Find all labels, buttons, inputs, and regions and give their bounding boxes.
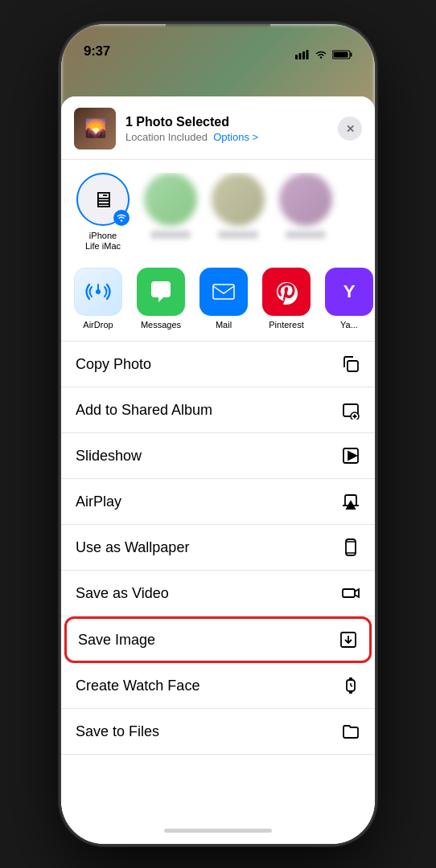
copy-photo-label: Copy Photo — [76, 356, 151, 373]
status-bar: 9:37 — [61, 24, 375, 64]
create-watch-face-label: Create Watch Face — [76, 678, 199, 694]
action-list: Copy Photo Add to Shared Album — [61, 342, 375, 817]
phone-frame: 9:37 — [61, 24, 375, 844]
app-item-mail[interactable]: Mail — [199, 268, 248, 330]
share-sheet: 🌄 1 Photo Selected Location Included Opt… — [61, 96, 375, 844]
use-as-wallpaper-label: Use as Wallpaper — [76, 539, 189, 556]
share-header: 🌄 1 Photo Selected Location Included Opt… — [61, 96, 375, 160]
app-icons-scroll: AirDrop Messages — [74, 268, 362, 330]
svg-rect-1 — [299, 53, 302, 59]
svg-rect-9 — [213, 285, 234, 299]
pinterest-app-icon — [262, 268, 311, 316]
add-shared-album-item[interactable]: Add to Shared Album — [61, 387, 375, 433]
use-as-wallpaper-item[interactable]: Use as Wallpaper — [61, 525, 375, 571]
messages-app-label: Messages — [141, 320, 181, 330]
copy-icon — [341, 354, 360, 374]
share-info: 1 Photo Selected Location Included Optio… — [125, 115, 328, 143]
airplay-item[interactable]: AirPlay — [61, 479, 375, 525]
blurred-avatar-2 — [212, 173, 265, 226]
svg-rect-5 — [351, 53, 352, 57]
svg-rect-0 — [295, 55, 298, 59]
pinterest-app-label: Pinterest — [269, 320, 303, 330]
mail-app-label: Mail — [216, 320, 232, 330]
blurred-avatar-3 — [279, 173, 332, 226]
airdrop-placeholder-2 — [209, 173, 267, 252]
svg-marker-16 — [348, 452, 356, 460]
photo-thumbnail: 🌄 — [74, 108, 116, 149]
airdrop-placeholder-3 — [277, 173, 335, 252]
battery-icon — [332, 50, 352, 59]
shared-album-icon — [341, 400, 360, 420]
home-indicator — [164, 829, 272, 833]
create-watch-face-item[interactable]: Create Watch Face — [61, 663, 375, 709]
airdrop-app-label: AirDrop — [83, 320, 113, 330]
app-item-ya[interactable]: Y Ya... — [325, 268, 373, 330]
airdrop-scroll: 🖥 iPhoneLife iMac — [74, 173, 362, 252]
app-icons-section: AirDrop Messages — [61, 258, 375, 342]
ya-app-icon: Y — [325, 268, 373, 316]
phone-wallpaper-icon — [341, 538, 360, 557]
slideshow-item[interactable]: Slideshow — [61, 433, 375, 479]
svg-rect-21 — [343, 589, 355, 597]
save-as-video-item[interactable]: Save as Video — [61, 571, 375, 616]
wifi-icon — [315, 50, 327, 59]
download-icon — [339, 630, 358, 649]
signal-icon — [295, 50, 310, 59]
bottom-bar — [61, 817, 375, 844]
copy-photo-item[interactable]: Copy Photo — [61, 342, 375, 387]
app-item-airdrop[interactable]: AirDrop — [74, 268, 122, 330]
ya-app-label: Ya... — [340, 320, 358, 330]
blurred-label-2 — [218, 231, 258, 239]
svg-line-28 — [351, 686, 352, 686]
app-item-pinterest[interactable]: Pinterest — [262, 268, 311, 330]
svg-rect-10 — [348, 361, 358, 371]
svg-point-7 — [121, 219, 122, 221]
save-to-files-item[interactable]: Save to Files — [61, 709, 375, 755]
svg-rect-6 — [334, 52, 348, 58]
imac-emoji-icon: 🖥 — [92, 186, 114, 213]
save-as-video-label: Save as Video — [76, 585, 169, 602]
svg-marker-17 — [347, 502, 355, 509]
blurred-label-3 — [286, 231, 326, 239]
status-time: 9:37 — [84, 43, 110, 59]
airdrop-placeholder-1 — [142, 173, 199, 252]
close-button[interactable] — [338, 117, 362, 141]
options-link[interactable]: Options > — [213, 131, 258, 143]
add-shared-album-label: Add to Shared Album — [76, 402, 212, 419]
share-title: 1 Photo Selected — [125, 115, 328, 129]
save-image-label: Save Image — [78, 632, 155, 649]
blurred-avatar-1 — [144, 173, 197, 226]
save-to-files-label: Save to Files — [76, 723, 159, 740]
watch-icon — [341, 676, 360, 695]
blurred-label-1 — [150, 231, 191, 239]
airdrop-devices-section: 🖥 iPhoneLife iMac — [61, 160, 375, 258]
mail-app-icon — [199, 268, 248, 316]
slideshow-label: Slideshow — [76, 448, 142, 465]
airdrop-device-label: iPhoneLife iMac — [85, 231, 121, 252]
airplay-label: AirPlay — [76, 493, 121, 510]
airdrop-device-item[interactable]: 🖥 iPhoneLife iMac — [74, 173, 132, 252]
app-item-messages[interactable]: Messages — [137, 268, 185, 330]
airdrop-device-icon: 🖥 — [76, 173, 130, 226]
airdrop-app-icon — [74, 268, 122, 316]
airplay-icon — [341, 492, 360, 511]
phone-screen: 9:37 — [61, 24, 375, 844]
airdrop-wifi-badge — [113, 210, 130, 226]
folder-icon — [341, 722, 360, 741]
save-image-item[interactable]: Save Image — [64, 616, 372, 663]
messages-app-icon — [137, 268, 185, 316]
svg-rect-2 — [302, 51, 305, 59]
svg-rect-3 — [306, 50, 309, 59]
video-icon — [341, 583, 360, 603]
share-subtitle: Location Included Options > — [125, 131, 328, 143]
status-icons — [295, 50, 352, 59]
play-icon — [341, 446, 360, 465]
